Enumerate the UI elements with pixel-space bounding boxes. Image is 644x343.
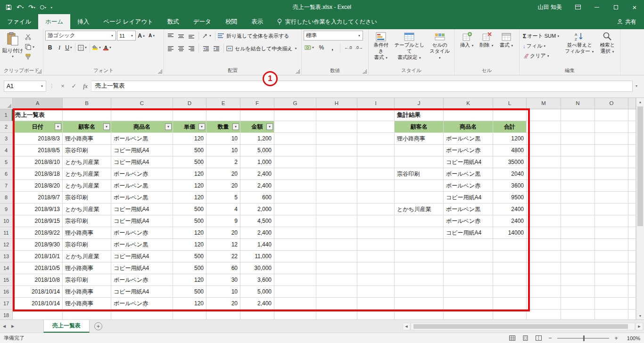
cell-K11[interactable]: コピー用紙A4 — [444, 227, 493, 239]
tab-review[interactable]: 校閲 — [218, 14, 244, 29]
cell-M12[interactable] — [527, 239, 561, 251]
autosum-button[interactable]: Σ オート SUM ▼ — [521, 32, 561, 41]
cell-N14[interactable] — [561, 262, 595, 274]
cell-F14[interactable]: 30,000 — [240, 262, 274, 274]
cell-K7[interactable]: ボールペン赤 — [444, 180, 493, 192]
row-header-3[interactable]: 3 — [0, 133, 13, 145]
cell-L10[interactable]: 2400 — [493, 215, 527, 227]
cell-N5[interactable] — [561, 156, 595, 168]
align-left-button[interactable] — [166, 44, 175, 53]
cell-B14[interactable]: 狸小路商事 — [63, 262, 111, 274]
align-right-button[interactable] — [187, 44, 196, 53]
cell-O6[interactable] — [595, 168, 628, 180]
cell-I7[interactable] — [357, 180, 395, 192]
cell-G3[interactable] — [274, 133, 316, 145]
cell-B12[interactable]: 宗谷印刷 — [63, 239, 111, 251]
cell-I9[interactable] — [357, 204, 395, 215]
cell-M9[interactable] — [527, 204, 561, 215]
cell-K14[interactable] — [444, 262, 493, 274]
cell-M15[interactable] — [527, 274, 561, 286]
zoom-in-button[interactable]: + — [613, 335, 619, 342]
cell-C13[interactable]: コピー用紙A4 — [111, 251, 173, 262]
column-header-L[interactable]: L — [493, 98, 527, 109]
cell-I15[interactable] — [357, 274, 395, 286]
cell-D16[interactable]: 500 — [173, 286, 206, 298]
sort-filter-button[interactable]: AZ 並べ替えと フィルター ▼ — [563, 31, 596, 67]
cell-H8[interactable] — [316, 192, 357, 204]
cell-G12[interactable] — [274, 239, 316, 251]
cell-L11[interactable]: 14000 — [493, 227, 527, 239]
scroll-left-arrow[interactable]: ◀ — [403, 323, 410, 330]
row-header-15[interactable]: 15 — [0, 274, 13, 286]
cell-L5[interactable]: 35000 — [493, 156, 527, 168]
cell-F7[interactable]: 2,400 — [240, 180, 274, 192]
row-header-13[interactable]: 13 — [0, 251, 13, 262]
cell-C15[interactable]: ボールペン赤 — [111, 274, 173, 286]
touch-mode-button[interactable]: ▾ — [38, 4, 48, 10]
sheet-nav-right[interactable]: ▶ — [8, 320, 17, 333]
cell-C18[interactable] — [111, 310, 173, 319]
cell-A12[interactable]: 2018/9/30 — [13, 239, 63, 251]
cell-J15[interactable] — [395, 274, 444, 286]
cell-O7[interactable] — [595, 180, 628, 192]
cell-J9[interactable]: とかち川産業 — [395, 204, 444, 215]
cell-N4[interactable] — [561, 145, 595, 156]
cell-D3[interactable]: 120 — [173, 133, 206, 145]
cell-K18[interactable] — [444, 310, 493, 319]
cell-F1[interactable] — [240, 109, 274, 121]
wrap-text-button[interactable]: 折り返して全体を表示する — [218, 31, 289, 41]
sheet-nav-left[interactable]: ◀ — [0, 320, 8, 333]
zoom-level[interactable]: 100% — [623, 335, 640, 341]
cell-L6[interactable]: 2040 — [493, 168, 527, 180]
cell-N15[interactable] — [561, 274, 595, 286]
cell-O8[interactable] — [595, 192, 628, 204]
tab-home[interactable]: ホーム — [38, 14, 70, 29]
tab-insert[interactable]: 挿入 — [70, 14, 96, 29]
row-header-17[interactable]: 17 — [0, 298, 13, 310]
row-header-12[interactable]: 12 — [0, 239, 13, 251]
cell-J18[interactable] — [395, 310, 444, 319]
alignment-dialog-launcher[interactable] — [296, 69, 300, 74]
cell-B5[interactable]: とかち川産業 — [63, 156, 111, 168]
cell-M4[interactable] — [527, 145, 561, 156]
cell-H5[interactable] — [316, 156, 357, 168]
cell-B10[interactable]: 宗谷印刷 — [63, 215, 111, 227]
cell-D18[interactable] — [173, 310, 206, 319]
cell-E3[interactable]: 10 — [206, 133, 240, 145]
row-header-14[interactable]: 14 — [0, 262, 13, 274]
cell-M16[interactable] — [527, 286, 561, 298]
cell-I16[interactable] — [357, 286, 395, 298]
cell-A2[interactable]: 日付▼ — [13, 121, 63, 133]
cell-F2[interactable]: 金額▼ — [240, 121, 274, 133]
cell-H9[interactable] — [316, 204, 357, 215]
horizontal-scroll-thumb[interactable] — [413, 324, 628, 329]
cell-I14[interactable] — [357, 262, 395, 274]
scroll-down-arrow[interactable]: ▼ — [636, 312, 644, 319]
cell-F12[interactable]: 1,440 — [240, 239, 274, 251]
bold-button[interactable]: B — [45, 43, 55, 52]
cell-K5[interactable]: コピー用紙A4 — [444, 156, 493, 168]
cell-D12[interactable]: 120 — [173, 239, 206, 251]
cell-M8[interactable] — [527, 192, 561, 204]
cell-O15[interactable] — [595, 274, 628, 286]
cell-C4[interactable]: コピー用紙A4 — [111, 145, 173, 156]
cell-M5[interactable] — [527, 156, 561, 168]
align-top-button[interactable] — [166, 31, 175, 41]
copy-button[interactable]: ▼ — [24, 42, 36, 51]
cell-F15[interactable]: 3,600 — [240, 274, 274, 286]
column-header-I[interactable]: I — [357, 98, 395, 109]
comma-style-button[interactable]: , — [328, 43, 337, 52]
cell-N1[interactable] — [561, 109, 595, 121]
cell-D10[interactable]: 500 — [173, 215, 206, 227]
cell-L1[interactable] — [493, 109, 527, 121]
cell-M3[interactable] — [527, 133, 561, 145]
cell-H14[interactable] — [316, 262, 357, 274]
cell-F13[interactable]: 11,000 — [240, 251, 274, 262]
cell-A6[interactable]: 2018/8/18 — [13, 168, 63, 180]
cell-O17[interactable] — [595, 298, 628, 310]
cell-N17[interactable] — [561, 298, 595, 310]
cell-L14[interactable] — [493, 262, 527, 274]
cell-K15[interactable] — [444, 274, 493, 286]
customize-qat-button[interactable]: ▾ — [49, 5, 54, 10]
column-header-C[interactable]: C — [111, 98, 173, 109]
